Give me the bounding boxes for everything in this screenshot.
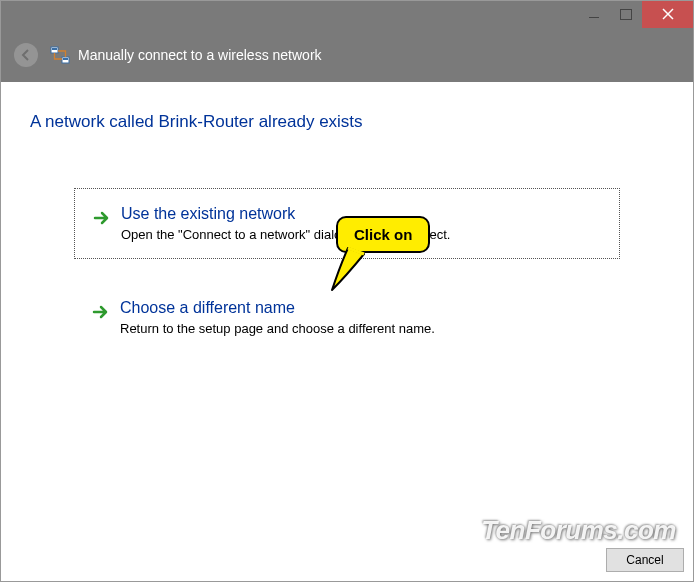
option-description: Return to the setup page and choose a di… — [120, 321, 602, 336]
maximize-button[interactable] — [610, 0, 642, 28]
cancel-button[interactable]: Cancel — [606, 548, 684, 572]
header-title: Manually connect to a wireless network — [78, 47, 322, 63]
back-button[interactable] — [14, 43, 38, 67]
network-icon — [50, 46, 70, 64]
wizard-header: Manually connect to a wireless network — [0, 28, 694, 82]
callout-tail-icon — [330, 244, 390, 304]
content-area: A network called Brink-Router already ex… — [0, 82, 694, 352]
close-button[interactable] — [642, 0, 694, 28]
window-controls — [578, 0, 694, 28]
title-bar — [0, 0, 694, 28]
close-icon — [662, 8, 674, 20]
svg-rect-4 — [52, 48, 57, 50]
minimize-button[interactable] — [578, 0, 610, 28]
callout-text: Click on — [354, 226, 412, 243]
svg-rect-5 — [63, 58, 68, 60]
footer: Cancel — [606, 548, 684, 572]
watermark: TenForums.com — [481, 515, 676, 546]
arrow-right-icon — [92, 303, 110, 321]
page-heading: A network called Brink-Router already ex… — [30, 112, 664, 132]
header-label: Manually connect to a wireless network — [50, 46, 322, 64]
back-arrow-icon — [19, 48, 33, 62]
arrow-right-icon — [93, 209, 111, 227]
annotation-callout: Click on — [336, 216, 430, 253]
